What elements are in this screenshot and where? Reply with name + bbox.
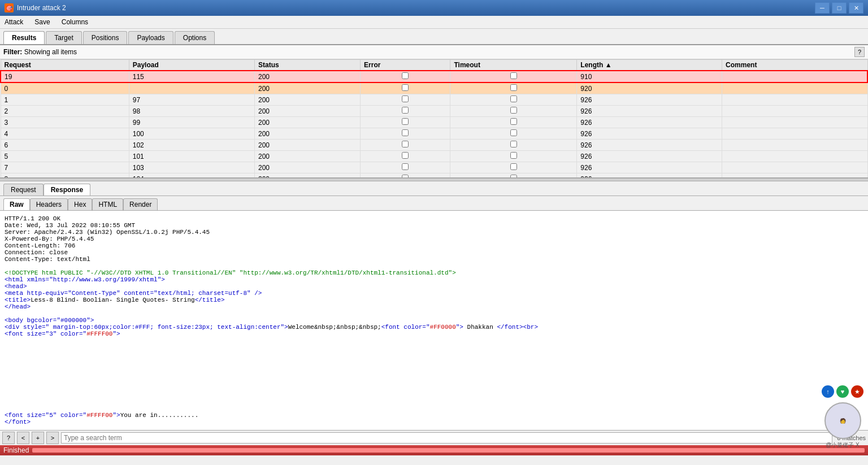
cell-length: 920 — [577, 82, 722, 94]
main-tabs: Results Target Positions Payloads Option… — [0, 29, 868, 45]
cell-timeout[interactable] — [450, 128, 577, 140]
cell-timeout[interactable] — [450, 151, 577, 162]
watermark: ↑ ♥ ★ 🧑 @小菜佬子 X — [822, 385, 863, 449]
table-row[interactable]: 6 102 200 926 — [1, 140, 867, 151]
next-prev-button[interactable]: + — [32, 432, 44, 444]
tab-options[interactable]: Options — [175, 31, 215, 44]
watermark-icon-blue[interactable]: ↑ — [822, 385, 834, 398]
cell-timeout[interactable] — [450, 117, 577, 128]
cell-request: 0 — [1, 82, 129, 94]
cell-error[interactable] — [361, 128, 450, 140]
col-payload[interactable]: Payload — [129, 60, 254, 71]
table-row[interactable]: 2 98 200 926 — [1, 106, 867, 117]
watermark-avatar: 🧑 — [824, 402, 861, 439]
cell-request: 3 — [1, 117, 129, 128]
cell-error[interactable] — [361, 117, 450, 128]
tab-payloads[interactable]: Payloads — [128, 31, 173, 44]
cell-status: 200 — [254, 151, 360, 162]
cell-payload: 115 — [129, 71, 254, 82]
results-table: Request Payload Status Error Timeout Len… — [0, 59, 868, 178]
subtab-headers[interactable]: Headers — [30, 198, 68, 210]
tab-target[interactable]: Target — [46, 31, 81, 44]
table-row[interactable]: 7 103 200 926 — [1, 162, 867, 173]
help-nav-button[interactable]: ? — [2, 432, 15, 444]
cell-error[interactable] — [361, 106, 450, 117]
cell-timeout[interactable] — [450, 173, 577, 179]
cell-payload: 102 — [129, 140, 254, 151]
cell-error[interactable] — [361, 94, 450, 106]
watermark-icon-red[interactable]: ★ — [851, 385, 863, 398]
col-status[interactable]: Status — [254, 60, 360, 71]
cell-error[interactable] — [361, 162, 450, 173]
subtab-html[interactable]: HTML — [92, 198, 123, 210]
cell-error[interactable] — [361, 173, 450, 179]
cell-error[interactable] — [361, 82, 450, 94]
cell-payload: 104 — [129, 173, 254, 179]
cell-length: 926 — [577, 117, 722, 128]
menu-save[interactable]: Save — [32, 17, 52, 27]
tab-positions[interactable]: Positions — [83, 31, 128, 44]
table-row[interactable]: 5 101 200 926 — [1, 151, 867, 162]
subtab-render[interactable]: Render — [123, 198, 158, 210]
subtab-raw[interactable]: Raw — [3, 198, 30, 210]
filter-help-button[interactable]: ? — [854, 47, 865, 57]
tab-request[interactable]: Request — [3, 184, 44, 195]
status-text: Finished — [3, 446, 29, 454]
cell-status: 200 — [254, 82, 360, 94]
cell-payload: 101 — [129, 151, 254, 162]
prev-button[interactable]: < — [17, 432, 29, 444]
col-error[interactable]: Error — [361, 60, 450, 71]
table-row[interactable]: 3 99 200 926 — [1, 117, 867, 128]
cell-comment — [722, 82, 867, 94]
col-request[interactable]: Request — [1, 60, 129, 71]
cell-request: 19 — [1, 71, 129, 82]
title-bar-controls: ─ □ ✕ — [815, 2, 863, 14]
cell-timeout[interactable] — [450, 162, 577, 173]
cell-comment — [722, 151, 867, 162]
col-comment[interactable]: Comment — [722, 60, 867, 71]
subtab-hex[interactable]: Hex — [68, 198, 92, 210]
watermark-icon-green[interactable]: ♥ — [836, 385, 849, 398]
col-timeout[interactable]: Timeout — [450, 60, 577, 71]
cell-comment — [722, 71, 867, 82]
cell-request: 5 — [1, 151, 129, 162]
cell-length: 926 — [577, 173, 722, 179]
table-row[interactable]: 8 104 200 926 — [1, 173, 867, 179]
cell-length: 926 — [577, 94, 722, 106]
cell-timeout[interactable] — [450, 71, 577, 82]
cell-request: 4 — [1, 128, 129, 140]
tab-response[interactable]: Response — [44, 184, 90, 195]
cell-timeout[interactable] — [450, 82, 577, 94]
cell-error[interactable] — [361, 151, 450, 162]
table-row[interactable]: 0 200 920 — [1, 82, 867, 94]
sub-tabs: Raw Headers Hex HTML Render — [0, 196, 868, 211]
close-button[interactable]: ✕ — [849, 2, 863, 14]
table-row[interactable]: 4 100 200 926 — [1, 128, 867, 140]
response-content: HTTP/1.1 200 OK Date: Wed, 13 Jul 2022 0… — [0, 211, 868, 430]
cell-error[interactable] — [361, 71, 450, 82]
status-progress-bar — [32, 448, 865, 453]
cell-status: 200 — [254, 106, 360, 117]
table-row[interactable]: 1 97 200 926 — [1, 94, 867, 106]
menu-attack[interactable]: Attack — [2, 17, 25, 27]
cell-comment — [722, 162, 867, 173]
cell-status: 200 — [254, 128, 360, 140]
cell-comment — [722, 128, 867, 140]
menu-columns[interactable]: Columns — [59, 17, 90, 27]
forward-button[interactable]: > — [46, 432, 59, 444]
cell-error[interactable] — [361, 140, 450, 151]
search-bar: ? < + > 0 matches — [0, 430, 868, 445]
maximize-button[interactable]: □ — [832, 2, 847, 14]
cell-status: 200 — [254, 117, 360, 128]
tab-results[interactable]: Results — [3, 31, 45, 44]
cell-timeout[interactable] — [450, 94, 577, 106]
table-row[interactable]: 19 115 200 910 — [1, 71, 867, 82]
cell-timeout[interactable] — [450, 140, 577, 151]
minimize-button[interactable]: ─ — [815, 2, 830, 14]
cell-length: 926 — [577, 128, 722, 140]
col-length[interactable]: Length ▲ — [577, 60, 722, 71]
search-input[interactable] — [61, 432, 832, 444]
cell-comment — [722, 94, 867, 106]
cell-timeout[interactable] — [450, 106, 577, 117]
cell-payload: 103 — [129, 162, 254, 173]
